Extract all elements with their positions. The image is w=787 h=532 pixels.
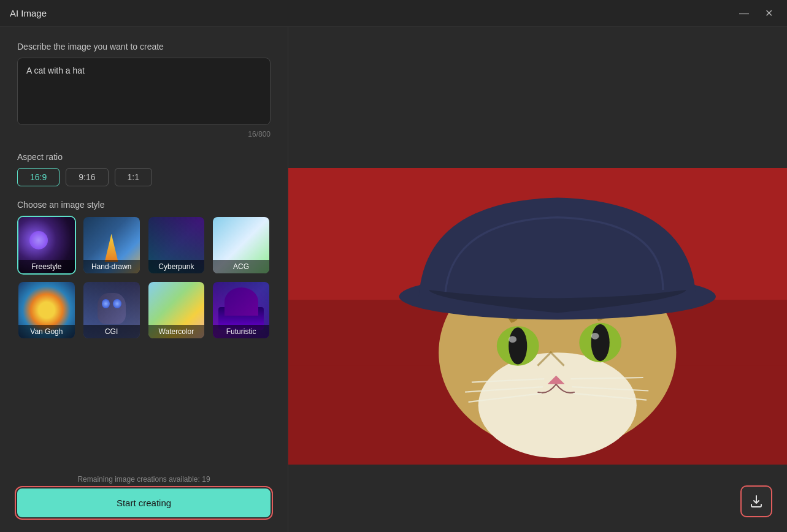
style-item-freestyle[interactable]: Freestyle bbox=[17, 216, 76, 275]
close-button[interactable]: ✕ bbox=[760, 5, 777, 22]
style-item-hand-drawn[interactable]: Hand-drawn bbox=[82, 216, 141, 275]
bottom-bar: Remaining image creations available: 19 … bbox=[17, 464, 271, 517]
start-creating-button[interactable]: Start creating bbox=[17, 488, 271, 517]
style-label-cgi: CGI bbox=[83, 325, 140, 338]
ar-btn-1-1[interactable]: 1:1 bbox=[115, 168, 152, 186]
svg-point-12 bbox=[509, 336, 516, 343]
title-bar: AI Image — ✕ bbox=[0, 0, 787, 27]
style-grid: Freestyle Hand-drawn Cyberpunk ACG Van G bbox=[17, 216, 271, 340]
svg-point-15 bbox=[591, 333, 599, 340]
style-label-futuristic: Futuristic bbox=[213, 325, 269, 338]
minimize-button[interactable]: — bbox=[735, 5, 753, 22]
svg-point-11 bbox=[509, 327, 527, 364]
style-label-hand-drawn: Hand-drawn bbox=[83, 260, 140, 273]
prompt-section: Describe the image you want to create A … bbox=[17, 42, 271, 139]
style-label-van-gogh: Van Gogh bbox=[18, 325, 75, 338]
style-item-watercolor[interactable]: Watercolor bbox=[147, 281, 206, 340]
remaining-text: Remaining image creations available: 19 bbox=[17, 475, 271, 484]
window-controls: — ✕ bbox=[735, 5, 777, 22]
generated-image bbox=[288, 168, 787, 465]
ar-btn-16-9[interactable]: 16:9 bbox=[17, 168, 60, 186]
window-title: AI Image bbox=[10, 8, 47, 18]
main-content: Describe the image you want to create A … bbox=[0, 27, 787, 532]
download-button[interactable] bbox=[740, 485, 772, 517]
ar-btn-9-16[interactable]: 9:16 bbox=[66, 168, 108, 186]
aspect-ratio-section: Aspect ratio 16:9 9:16 1:1 bbox=[17, 152, 271, 186]
style-item-acg[interactable]: ACG bbox=[212, 216, 271, 275]
style-label-watercolor: Watercolor bbox=[148, 325, 205, 338]
bottom-dark-area bbox=[288, 465, 787, 532]
download-icon bbox=[749, 494, 764, 509]
svg-point-14 bbox=[591, 324, 610, 361]
style-item-futuristic[interactable]: Futuristic bbox=[212, 281, 271, 340]
right-panel bbox=[288, 27, 787, 532]
style-label-acg: ACG bbox=[213, 260, 269, 273]
left-panel: Describe the image you want to create A … bbox=[0, 27, 288, 532]
style-section: Choose an image style Freestyle Hand-dra… bbox=[17, 200, 271, 340]
style-item-van-gogh[interactable]: Van Gogh bbox=[17, 281, 76, 340]
svg-point-4 bbox=[478, 352, 637, 458]
style-label-cyberpunk: Cyberpunk bbox=[148, 260, 205, 273]
aspect-ratio-buttons: 16:9 9:16 1:1 bbox=[17, 168, 271, 186]
right-panel-layout bbox=[288, 27, 787, 532]
style-item-cgi[interactable]: CGI bbox=[82, 281, 141, 340]
prompt-label: Describe the image you want to create bbox=[17, 42, 271, 51]
style-label-freestyle: Freestyle bbox=[18, 260, 75, 273]
prompt-textarea[interactable]: A cat with a hat bbox=[17, 58, 271, 125]
char-count: 16/800 bbox=[17, 130, 271, 139]
style-label: Choose an image style bbox=[17, 200, 271, 210]
top-dark-area bbox=[288, 27, 787, 168]
aspect-ratio-label: Aspect ratio bbox=[17, 152, 271, 162]
image-display-area bbox=[288, 168, 787, 465]
style-item-cyberpunk[interactable]: Cyberpunk bbox=[147, 216, 206, 275]
